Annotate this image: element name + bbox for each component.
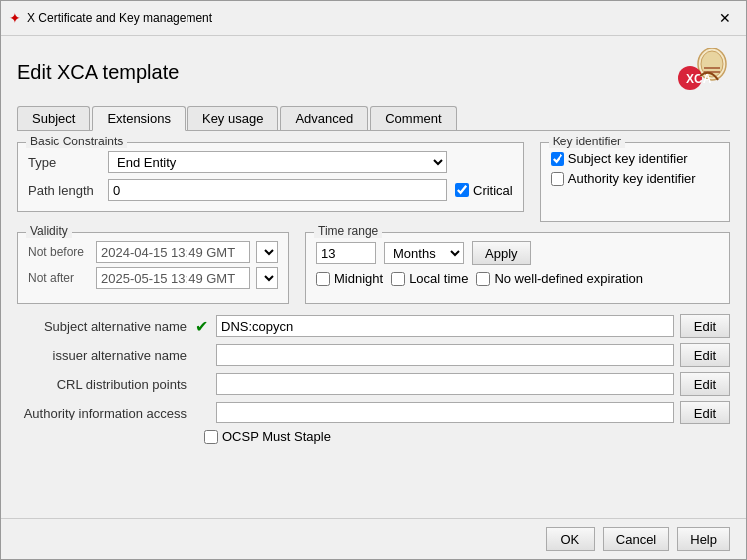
basic-constraints-section: Basic Constraints Type End Entity Path l… (17, 142, 524, 212)
tab-extensions[interactable]: Extensions (92, 106, 186, 131)
path-length-row: Path length Critical (28, 179, 513, 201)
key-id-content: Subject key identifier Authority key ide… (551, 151, 719, 186)
validity-sections: Validity Not before ▼ Not after ▼ (17, 232, 730, 304)
ext-check-0: ✔ (192, 317, 210, 336)
not-before-tz-select[interactable]: ▼ (256, 241, 278, 263)
ext-label-1: issuer alternative name (17, 348, 187, 363)
not-after-input[interactable] (96, 267, 250, 289)
app-icon: ✦ (9, 10, 21, 26)
cancel-button[interactable]: Cancel (603, 527, 669, 551)
title-bar: ✦ X Certificate and Key management ✕ (1, 1, 746, 36)
ext-edit-btn-0[interactable]: Edit (680, 314, 730, 338)
tab-key-usage[interactable]: Key usage (187, 106, 278, 130)
time-range-label: Time range (314, 224, 382, 238)
ext-row-3: Authority information access Edit (17, 401, 730, 424)
no-expiration-label: No well-defined expiration (494, 271, 643, 286)
no-expiration-checkbox-label[interactable]: No well-defined expiration (476, 271, 643, 286)
ext-edit-btn-2[interactable]: Edit (680, 372, 730, 396)
ext-label-3: Authority information access (17, 406, 187, 420)
path-length-label: Path length (28, 183, 100, 198)
ocsp-checkbox-label[interactable]: OCSP Must Staple (204, 429, 331, 444)
key-identifier-label: Key identifier (549, 135, 625, 148)
critical-label: Critical (473, 183, 513, 198)
ext-label-2: CRL distribution points (17, 377, 187, 392)
tab-bar: Subject Extensions Key usage Advanced Co… (17, 106, 730, 131)
time-range-section: Time range Days Weeks Months Years Apply… (305, 232, 730, 304)
validity-section: Validity Not before ▼ Not after ▼ (17, 232, 289, 304)
main-window: ✦ X Certificate and Key management ✕ Edi… (0, 0, 747, 560)
critical-checkbox[interactable] (455, 183, 469, 197)
ok-button[interactable]: OK (546, 527, 595, 551)
midnight-checkbox-label[interactable]: Midnight (316, 271, 383, 286)
close-button[interactable]: ✕ (712, 7, 738, 29)
title-bar-left: ✦ X Certificate and Key management (9, 10, 212, 26)
type-label: Type (28, 155, 100, 170)
subject-key-label[interactable]: Subject key identifier (551, 151, 719, 166)
ext-input-2[interactable] (216, 373, 674, 395)
authority-key-label[interactable]: Authority key identifier (551, 171, 719, 186)
apply-button[interactable]: Apply (472, 241, 531, 265)
ext-edit-btn-1[interactable]: Edit (680, 343, 730, 367)
not-before-input[interactable] (96, 241, 250, 263)
not-after-label: Not after (28, 271, 90, 285)
basic-constraints-label: Basic Constraints (26, 135, 127, 148)
type-select[interactable]: End Entity (108, 151, 447, 173)
ext-input-1[interactable] (216, 344, 674, 366)
tab-subject[interactable]: Subject (17, 106, 90, 130)
ocsp-row: OCSP Must Staple (204, 429, 730, 444)
ext-row-1: issuer alternative name Edit (17, 343, 730, 367)
certificate-logo: XCA (660, 48, 730, 96)
help-button[interactable]: Help (677, 527, 730, 551)
top-sections: Basic Constraints Type End Entity Path l… (17, 142, 730, 222)
local-time-checkbox-label[interactable]: Local time (391, 271, 468, 286)
time-range-row: Days Weeks Months Years Apply (316, 241, 719, 265)
tab-advanced[interactable]: Advanced (280, 106, 368, 130)
extensions-area: Subject alternative name ✔ Edit issuer a… (17, 314, 730, 506)
time-range-input[interactable] (316, 242, 376, 264)
validity-section-label: Validity (26, 224, 72, 238)
critical-checkbox-label[interactable]: Critical (455, 183, 513, 198)
tab-comment[interactable]: Comment (370, 106, 456, 130)
window-title: X Certificate and Key management (27, 11, 212, 25)
bottom-bar: OK Cancel Help (1, 518, 746, 559)
midnight-checkbox[interactable] (316, 272, 330, 286)
ext-edit-btn-3[interactable]: Edit (680, 401, 730, 424)
time-range-unit-select[interactable]: Days Weeks Months Years (384, 242, 464, 264)
ext-row-0: Subject alternative name ✔ Edit (17, 314, 730, 338)
local-time-checkbox[interactable] (391, 272, 405, 286)
page-title: Edit XCA template (17, 61, 179, 84)
page-title-area: Edit XCA template XCA (17, 48, 730, 96)
svg-text:XCA: XCA (686, 72, 712, 86)
ext-label-0: Subject alternative name (17, 319, 187, 334)
not-after-row: Not after ▼ (28, 267, 278, 289)
key-identifier-section: Key identifier Subject key identifier Au… (540, 142, 730, 222)
ext-input-0[interactable] (216, 315, 674, 337)
authority-key-checkbox[interactable] (551, 172, 564, 186)
midnight-label: Midnight (334, 271, 383, 286)
path-length-input[interactable] (108, 179, 447, 201)
not-before-label: Not before (28, 245, 90, 259)
type-row: Type End Entity (28, 151, 513, 173)
time-options-row: Midnight Local time No well-defined expi… (316, 271, 719, 286)
subject-key-checkbox[interactable] (551, 152, 564, 166)
ext-row-2: CRL distribution points Edit (17, 372, 730, 396)
ocsp-checkbox[interactable] (204, 430, 218, 444)
no-expiration-checkbox[interactable] (476, 272, 490, 286)
not-after-tz-select[interactable]: ▼ (256, 267, 278, 289)
not-before-row: Not before ▼ (28, 241, 278, 263)
content-area: Edit XCA template XCA Subject Extensions… (1, 36, 746, 518)
ocsp-label: OCSP Must Staple (222, 429, 331, 444)
local-time-label: Local time (409, 271, 468, 286)
ext-input-3[interactable] (216, 402, 674, 423)
